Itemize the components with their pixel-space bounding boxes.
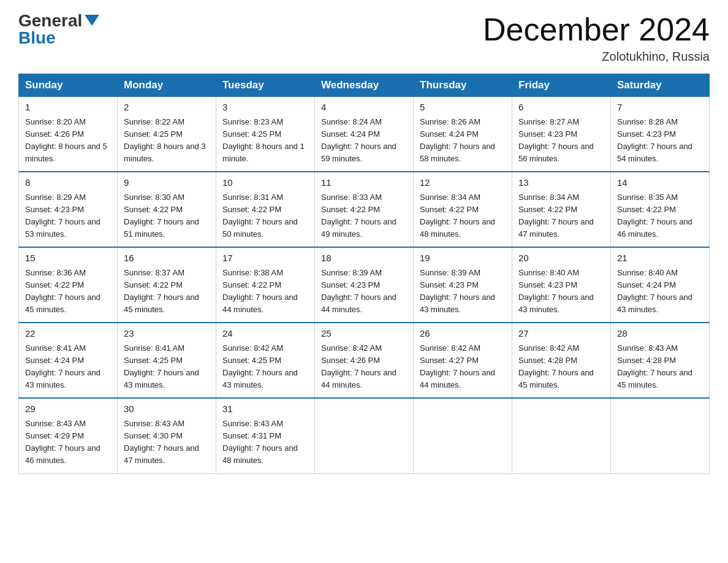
- day-number: 14: [617, 176, 703, 190]
- cell-info: Sunrise: 8:23 AMSunset: 4:25 PMDaylight:…: [222, 116, 308, 166]
- cell-info: Sunrise: 8:30 AMSunset: 4:22 PMDaylight:…: [124, 191, 210, 241]
- cell-info: Sunrise: 8:39 AMSunset: 4:23 PMDaylight:…: [321, 267, 407, 316]
- header-tuesday: Tuesday: [216, 74, 315, 97]
- table-row: 27Sunrise: 8:42 AMSunset: 4:28 PMDayligh…: [512, 323, 611, 398]
- day-number: 8: [25, 176, 111, 190]
- page-header: General Blue December 2024 Zolotukhino, …: [18, 12, 710, 64]
- header-saturday: Saturday: [611, 74, 710, 97]
- table-row: 10Sunrise: 8:31 AMSunset: 4:22 PMDayligh…: [216, 172, 315, 247]
- cell-info: Sunrise: 8:43 AMSunset: 4:28 PMDaylight:…: [617, 342, 703, 392]
- cell-info: Sunrise: 8:43 AMSunset: 4:30 PMDaylight:…: [124, 418, 210, 467]
- table-row: 24Sunrise: 8:42 AMSunset: 4:25 PMDayligh…: [216, 323, 315, 398]
- day-number: 30: [124, 402, 210, 416]
- table-row: 25Sunrise: 8:42 AMSunset: 4:26 PMDayligh…: [315, 323, 414, 398]
- cell-info: Sunrise: 8:40 AMSunset: 4:24 PMDaylight:…: [617, 267, 703, 316]
- table-row: 17Sunrise: 8:38 AMSunset: 4:22 PMDayligh…: [216, 247, 315, 323]
- logo-arrow-icon: [85, 15, 99, 28]
- calendar-week-row: 1Sunrise: 8:20 AMSunset: 4:26 PMDaylight…: [19, 97, 710, 172]
- table-row: 29Sunrise: 8:43 AMSunset: 4:29 PMDayligh…: [19, 398, 118, 473]
- cell-info: Sunrise: 8:42 AMSunset: 4:25 PMDaylight:…: [222, 342, 308, 392]
- cell-info: Sunrise: 8:38 AMSunset: 4:22 PMDaylight:…: [222, 267, 308, 316]
- cell-info: Sunrise: 8:26 AMSunset: 4:24 PMDaylight:…: [420, 116, 506, 166]
- table-row: 7Sunrise: 8:28 AMSunset: 4:23 PMDaylight…: [611, 97, 710, 172]
- day-number: 25: [321, 327, 407, 341]
- day-number: 20: [518, 251, 604, 266]
- table-row: 8Sunrise: 8:29 AMSunset: 4:23 PMDaylight…: [19, 172, 118, 247]
- month-title: December 2024: [483, 12, 710, 47]
- calendar-week-row: 22Sunrise: 8:41 AMSunset: 4:24 PMDayligh…: [19, 323, 710, 398]
- header-wednesday: Wednesday: [315, 74, 414, 97]
- logo-blue-text: Blue: [18, 29, 56, 47]
- header-friday: Friday: [512, 74, 611, 97]
- day-number: 22: [25, 327, 111, 341]
- calendar-table: Sunday Monday Tuesday Wednesday Thursday…: [18, 74, 710, 473]
- day-number: 19: [420, 251, 506, 266]
- table-row: 16Sunrise: 8:37 AMSunset: 4:22 PMDayligh…: [118, 247, 216, 323]
- header-sunday: Sunday: [19, 74, 118, 97]
- day-number: 5: [420, 101, 506, 115]
- day-number: 27: [518, 327, 604, 341]
- title-block: December 2024 Zolotukhino, Russia: [483, 12, 710, 64]
- cell-info: Sunrise: 8:33 AMSunset: 4:22 PMDaylight:…: [321, 191, 407, 241]
- cell-info: Sunrise: 8:28 AMSunset: 4:23 PMDaylight:…: [617, 116, 703, 166]
- table-row: 6Sunrise: 8:27 AMSunset: 4:23 PMDaylight…: [512, 97, 611, 172]
- day-number: 29: [25, 402, 111, 416]
- cell-info: Sunrise: 8:41 AMSunset: 4:25 PMDaylight:…: [124, 342, 210, 392]
- table-row: 23Sunrise: 8:41 AMSunset: 4:25 PMDayligh…: [118, 323, 216, 398]
- table-row: 9Sunrise: 8:30 AMSunset: 4:22 PMDaylight…: [118, 172, 216, 247]
- day-number: 4: [321, 101, 407, 115]
- table-row: 18Sunrise: 8:39 AMSunset: 4:23 PMDayligh…: [315, 247, 414, 323]
- cell-info: Sunrise: 8:40 AMSunset: 4:23 PMDaylight:…: [518, 267, 604, 316]
- cell-info: Sunrise: 8:42 AMSunset: 4:27 PMDaylight:…: [420, 342, 506, 392]
- svg-marker-0: [85, 15, 99, 26]
- day-number: 7: [617, 101, 703, 115]
- table-row: 26Sunrise: 8:42 AMSunset: 4:27 PMDayligh…: [414, 323, 512, 398]
- table-row: 31Sunrise: 8:43 AMSunset: 4:31 PMDayligh…: [216, 398, 315, 473]
- table-row: 1Sunrise: 8:20 AMSunset: 4:26 PMDaylight…: [19, 97, 118, 172]
- cell-info: Sunrise: 8:43 AMSunset: 4:31 PMDaylight:…: [222, 418, 308, 467]
- table-row: 11Sunrise: 8:33 AMSunset: 4:22 PMDayligh…: [315, 172, 414, 247]
- cell-info: Sunrise: 8:42 AMSunset: 4:28 PMDaylight:…: [518, 342, 604, 392]
- header-monday: Monday: [118, 74, 216, 97]
- table-row: 3Sunrise: 8:23 AMSunset: 4:25 PMDaylight…: [216, 97, 315, 172]
- cell-info: Sunrise: 8:22 AMSunset: 4:25 PMDaylight:…: [124, 116, 210, 166]
- cell-info: Sunrise: 8:34 AMSunset: 4:22 PMDaylight:…: [518, 191, 604, 241]
- location: Zolotukhino, Russia: [483, 50, 710, 64]
- day-number: 21: [617, 251, 703, 266]
- table-row: [414, 398, 512, 473]
- day-number: 16: [124, 251, 210, 266]
- logo-general-text: General: [18, 12, 82, 29]
- logo: General Blue: [18, 12, 99, 47]
- table-row: 28Sunrise: 8:43 AMSunset: 4:28 PMDayligh…: [611, 323, 710, 398]
- cell-info: Sunrise: 8:27 AMSunset: 4:23 PMDaylight:…: [518, 116, 604, 166]
- cell-info: Sunrise: 8:43 AMSunset: 4:29 PMDaylight:…: [25, 418, 111, 467]
- table-row: 20Sunrise: 8:40 AMSunset: 4:23 PMDayligh…: [512, 247, 611, 323]
- calendar-week-row: 15Sunrise: 8:36 AMSunset: 4:22 PMDayligh…: [19, 247, 710, 323]
- day-number: 28: [617, 327, 703, 341]
- weekday-header-row: Sunday Monday Tuesday Wednesday Thursday…: [19, 74, 710, 97]
- day-number: 13: [518, 176, 604, 190]
- cell-info: Sunrise: 8:41 AMSunset: 4:24 PMDaylight:…: [25, 342, 111, 392]
- day-number: 6: [518, 101, 604, 115]
- cell-info: Sunrise: 8:29 AMSunset: 4:23 PMDaylight:…: [25, 191, 111, 241]
- table-row: 14Sunrise: 8:35 AMSunset: 4:22 PMDayligh…: [611, 172, 710, 247]
- day-number: 1: [25, 101, 111, 115]
- table-row: 2Sunrise: 8:22 AMSunset: 4:25 PMDaylight…: [118, 97, 216, 172]
- day-number: 3: [222, 101, 308, 115]
- cell-info: Sunrise: 8:24 AMSunset: 4:24 PMDaylight:…: [321, 116, 407, 166]
- calendar-week-row: 8Sunrise: 8:29 AMSunset: 4:23 PMDaylight…: [19, 172, 710, 247]
- header-thursday: Thursday: [414, 74, 512, 97]
- day-number: 10: [222, 176, 308, 190]
- table-row: [611, 398, 710, 473]
- day-number: 12: [420, 176, 506, 190]
- table-row: 22Sunrise: 8:41 AMSunset: 4:24 PMDayligh…: [19, 323, 118, 398]
- cell-info: Sunrise: 8:35 AMSunset: 4:22 PMDaylight:…: [617, 191, 703, 241]
- table-row: 30Sunrise: 8:43 AMSunset: 4:30 PMDayligh…: [118, 398, 216, 473]
- table-row: 15Sunrise: 8:36 AMSunset: 4:22 PMDayligh…: [19, 247, 118, 323]
- day-number: 24: [222, 327, 308, 341]
- table-row: 19Sunrise: 8:39 AMSunset: 4:23 PMDayligh…: [414, 247, 512, 323]
- day-number: 18: [321, 251, 407, 266]
- day-number: 9: [124, 176, 210, 190]
- table-row: 12Sunrise: 8:34 AMSunset: 4:22 PMDayligh…: [414, 172, 512, 247]
- cell-info: Sunrise: 8:36 AMSunset: 4:22 PMDaylight:…: [25, 267, 111, 316]
